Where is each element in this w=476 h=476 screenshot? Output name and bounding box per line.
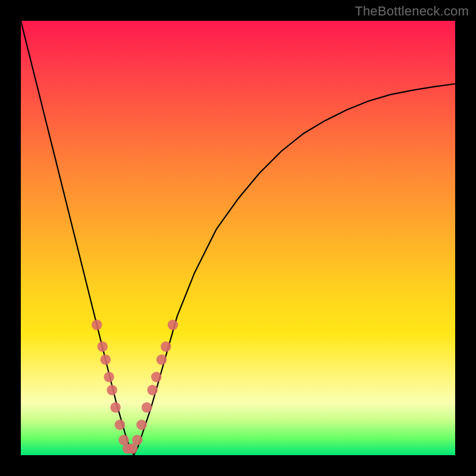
bead-point	[97, 342, 108, 352]
chart-overlay-svg	[21, 21, 455, 455]
bottleneck-curve-line	[21, 21, 455, 455]
bead-point	[161, 342, 171, 352]
bead-point	[136, 419, 147, 430]
bead-point	[156, 355, 167, 365]
watermark-text: TheBottleneck.com	[355, 4, 469, 19]
bead-point	[115, 419, 126, 430]
bead-point	[110, 402, 121, 413]
chart-frame: TheBottleneck.com	[0, 0, 476, 476]
bead-point	[151, 372, 162, 383]
chart-plot-area	[21, 21, 455, 455]
bead-point	[168, 320, 178, 330]
bead-point	[142, 402, 152, 413]
bead-point	[101, 355, 111, 365]
bead-point	[107, 385, 118, 396]
bead-points-group	[92, 320, 178, 454]
bead-point	[132, 435, 143, 446]
bead-point	[147, 385, 158, 396]
bead-point	[104, 372, 114, 383]
bead-point	[92, 320, 102, 330]
